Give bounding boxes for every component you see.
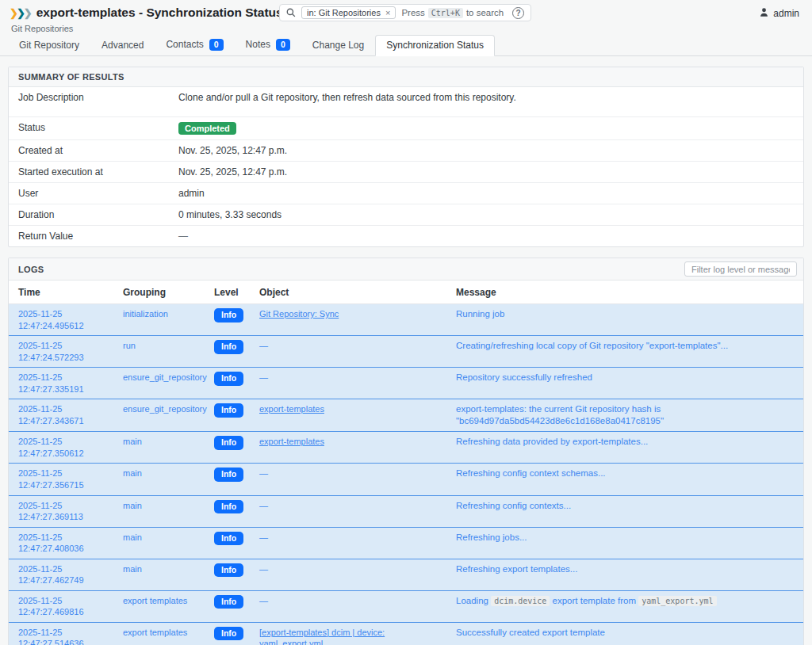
summary-row-label: Job Description xyxy=(9,87,178,116)
log-row: 2025-11-2512:47:27.343671ensure_git_repo… xyxy=(9,399,803,432)
tab-advanced[interactable]: Advanced xyxy=(90,35,155,56)
log-timestamp: 12:47:27.469816 xyxy=(18,606,104,618)
summary-row-label: User xyxy=(9,183,178,204)
log-time: 2025-11-2512:47:24.572293 xyxy=(9,336,113,368)
log-object: — xyxy=(250,590,446,622)
main-content: SUMMARY OF RESULTS Job DescriptionClone … xyxy=(0,56,812,645)
log-message: Refreshing config context schemas... xyxy=(446,464,803,495)
summary-table: Job DescriptionClone and/or pull a Git r… xyxy=(9,87,803,246)
log-time: 2025-11-2512:47:27.356715 xyxy=(9,464,113,495)
log-level: Info xyxy=(205,432,250,464)
log-grouping: export templates xyxy=(113,622,205,645)
log-time: 2025-11-2512:47:27.408036 xyxy=(9,527,113,559)
tab-label: Git Repository xyxy=(19,40,79,51)
summary-row-label: Created at xyxy=(9,140,178,161)
log-timestamp: 12:47:27.343671 xyxy=(18,415,104,427)
log-object-link[interactable]: export-templates xyxy=(259,437,324,446)
log-grouping: ensure_git_repository xyxy=(113,368,205,399)
log-message: Refreshing export templates... xyxy=(446,559,803,590)
log-level-badge: Info xyxy=(214,468,243,482)
summary-row-label: Status xyxy=(9,117,178,139)
log-object: — xyxy=(250,559,446,590)
log-time: 2025-11-2512:47:27.350612 xyxy=(9,432,113,464)
log-time: 2025-11-2512:47:27.343671 xyxy=(9,399,113,432)
shortcut-kbd: Ctrl+K xyxy=(428,8,463,18)
search-placeholder: Press Ctrl+K to search xyxy=(401,8,504,18)
summary-row: Job DescriptionClone and/or pull a Git r… xyxy=(9,87,803,117)
log-date: 2025-11-25 xyxy=(18,372,104,384)
summary-row: Started execution atNov. 25, 2025, 12:47… xyxy=(9,162,803,183)
log-grouping: main xyxy=(113,495,205,527)
log-time: 2025-11-2512:47:27.469816 xyxy=(9,590,113,622)
logo-chevron-icon: ❯ xyxy=(10,7,17,19)
summary-panel-title: SUMMARY OF RESULTS xyxy=(9,67,803,87)
log-grouping: main xyxy=(113,432,205,464)
log-message: Loading dcim.device export template from… xyxy=(446,590,803,622)
tab-notes[interactable]: Notes0 xyxy=(235,34,301,56)
log-col-level: Level xyxy=(205,281,250,304)
chip-remove-icon[interactable]: × xyxy=(385,8,390,17)
log-level-badge: Info xyxy=(214,595,243,609)
log-object: Git Repository: Sync xyxy=(250,304,446,336)
log-level-badge: Info xyxy=(214,372,243,386)
inline-code: yaml_export.yml xyxy=(638,596,716,606)
log-time: 2025-11-2512:47:24.495612 xyxy=(9,304,113,336)
log-grouping: run xyxy=(113,336,205,368)
log-level-badge: Info xyxy=(214,403,243,418)
log-object: — xyxy=(250,527,446,559)
log-level: Info xyxy=(205,527,250,559)
log-level: Info xyxy=(205,559,250,590)
summary-row-value: Completed xyxy=(178,117,246,139)
help-icon[interactable]: ? xyxy=(512,7,524,19)
log-col-message: Message xyxy=(446,281,803,304)
log-level: Info xyxy=(205,495,250,527)
nautobot-logo[interactable]: ❯❯❯ xyxy=(10,8,31,18)
log-level-badge: Info xyxy=(214,500,243,514)
log-level: Info xyxy=(205,590,250,622)
tab-change-log[interactable]: Change Log xyxy=(301,35,375,56)
log-date: 2025-11-25 xyxy=(18,340,104,352)
tab-count-badge: 0 xyxy=(209,39,224,51)
summary-row: StatusCompleted xyxy=(9,117,803,140)
log-grouping: ensure_git_repository xyxy=(113,399,205,432)
log-header-row: TimeGroupingLevelObjectMessage xyxy=(9,281,803,304)
log-row: 2025-11-2512:47:27.335191ensure_git_repo… xyxy=(9,368,803,399)
log-date: 2025-11-25 xyxy=(18,500,104,512)
log-level-badge: Info xyxy=(214,436,243,450)
log-object-link[interactable]: [export-templates] dcim | device: yaml_e… xyxy=(259,628,385,645)
log-object-link[interactable]: Git Repository: Sync xyxy=(259,309,339,319)
log-level: Info xyxy=(205,368,250,399)
search-scope-label: in: Git Repositories xyxy=(307,8,381,17)
tab-synchronization-status[interactable]: Synchronization Status xyxy=(375,35,495,56)
summary-panel: SUMMARY OF RESULTS Job DescriptionClone … xyxy=(8,67,804,247)
log-date: 2025-11-25 xyxy=(18,595,104,607)
search-scope-chip[interactable]: in: Git Repositories × xyxy=(301,6,396,19)
log-grouping: main xyxy=(113,559,205,590)
tab-git-repository[interactable]: Git Repository xyxy=(8,35,90,56)
log-row: 2025-11-2512:47:27.462749mainInfo—Refres… xyxy=(9,559,803,590)
user-menu[interactable]: admin xyxy=(759,7,799,20)
log-timestamp: 12:47:27.369113 xyxy=(18,511,104,523)
tab-contacts[interactable]: Contacts0 xyxy=(155,34,234,56)
log-row: 2025-11-2512:47:27.356715mainInfo—Refres… xyxy=(9,464,803,495)
page-title: export-templates - Synchronization Statu… xyxy=(36,6,283,20)
summary-row: Duration0 minutes, 3.33 seconds xyxy=(9,204,803,226)
log-level: Info xyxy=(205,399,250,432)
log-object: — xyxy=(250,336,446,368)
global-search[interactable]: in: Git Repositories × Press Ctrl+K to s… xyxy=(279,4,531,21)
log-filter-input[interactable] xyxy=(684,261,797,277)
logo-chevron-icon: ❯ xyxy=(17,7,24,19)
log-time: 2025-11-2512:47:27.514636 xyxy=(9,622,113,645)
log-grouping: initialization xyxy=(113,304,205,336)
summary-row-value: — xyxy=(178,226,197,246)
log-time: 2025-11-2512:47:27.335191 xyxy=(9,368,113,399)
log-message: Refreshing data provided by export-templ… xyxy=(446,432,803,464)
log-message: Repository successfully refreshed xyxy=(446,368,803,399)
breadcrumb[interactable]: Git Repositories xyxy=(11,24,802,33)
log-date: 2025-11-25 xyxy=(18,532,104,544)
log-timestamp: 12:47:27.335191 xyxy=(18,384,104,395)
log-object-link[interactable]: export-templates xyxy=(259,404,324,414)
log-level: Info xyxy=(205,622,250,645)
log-row: 2025-11-2512:47:27.408036mainInfo—Refres… xyxy=(9,527,803,559)
summary-row-value: admin xyxy=(178,183,214,204)
